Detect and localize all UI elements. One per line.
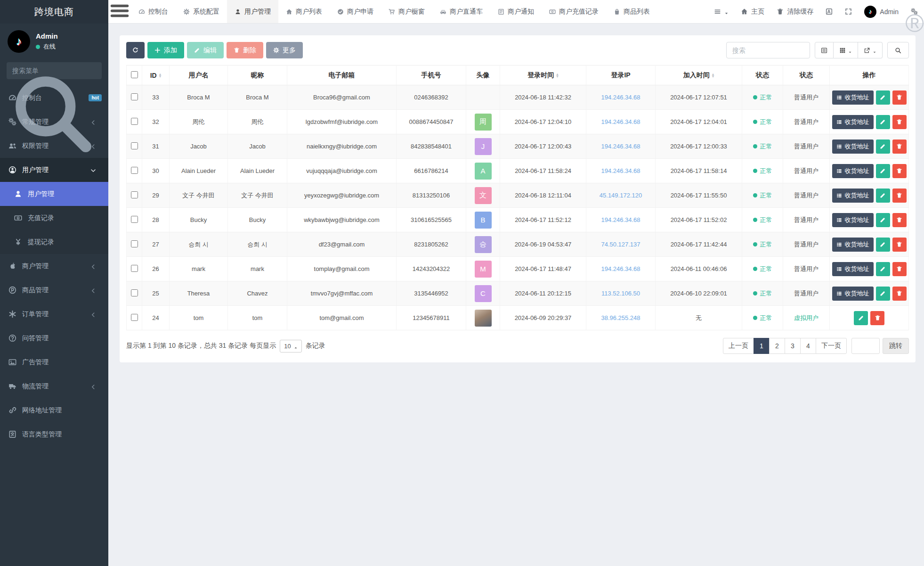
row-delete-button[interactable]	[892, 287, 907, 301]
search-button[interactable]	[887, 42, 909, 58]
row-delete-button[interactable]	[870, 311, 884, 325]
nav-tab-5[interactable]: 商户橱窗	[381, 0, 432, 23]
sidebar-item-4[interactable]: 商户管理	[0, 254, 108, 278]
row-checkbox[interactable]	[131, 191, 138, 198]
row-checkbox[interactable]	[131, 216, 138, 223]
page-button-4[interactable]: 4	[800, 338, 816, 354]
sidebar-subitem-3-2[interactable]: 提现记录	[0, 230, 108, 254]
col-8[interactable]: 加入时间▴▾	[656, 66, 742, 85]
tabs-dropdown-button[interactable]	[708, 0, 735, 23]
nav-tab-7[interactable]: 商户通知	[490, 0, 542, 23]
refresh-button[interactable]	[126, 42, 145, 58]
address-button[interactable]: 收货地址	[832, 238, 874, 252]
row-delete-button[interactable]	[892, 90, 907, 105]
home-link[interactable]: 主页	[735, 0, 770, 23]
col-6[interactable]: 登录时间▴▾	[500, 66, 586, 85]
row-checkbox[interactable]	[131, 314, 138, 321]
sidebar-item-3[interactable]: 用户管理	[0, 158, 108, 182]
row-checkbox[interactable]	[131, 265, 138, 272]
row-edit-button[interactable]	[854, 311, 868, 325]
page-jump-input[interactable]	[851, 338, 880, 354]
add-button[interactable]: 添加	[147, 42, 184, 58]
translate-button[interactable]	[819, 0, 839, 23]
row-delete-button[interactable]	[892, 213, 907, 227]
sidebar-item-1[interactable]: 常规管理	[0, 110, 108, 134]
address-button[interactable]: 收货地址	[832, 164, 874, 178]
row-edit-button[interactable]	[876, 189, 890, 203]
address-button[interactable]: 收货地址	[832, 213, 874, 227]
export-button[interactable]	[858, 42, 883, 58]
ip-link[interactable]: 194.246.34.68	[601, 216, 640, 223]
row-delete-button[interactable]	[892, 238, 907, 252]
detail-view-button[interactable]	[815, 42, 834, 58]
next-page-button[interactable]: 下一页	[816, 338, 847, 354]
address-button[interactable]: 收货地址	[832, 262, 874, 276]
row-delete-button[interactable]	[892, 115, 907, 129]
row-edit-button[interactable]	[876, 90, 890, 105]
nav-tab-2[interactable]: 用户管理	[227, 0, 278, 23]
page-jump-button[interactable]: 跳转	[883, 338, 909, 354]
ip-link[interactable]: 194.246.34.68	[601, 265, 640, 272]
delete-button[interactable]: 删除	[227, 42, 263, 58]
sort-icon[interactable]: ▴▾	[712, 73, 714, 78]
sidebar-item-2[interactable]: 权限管理	[0, 134, 108, 158]
row-edit-button[interactable]	[876, 213, 890, 227]
row-checkbox[interactable]	[131, 289, 138, 296]
row-checkbox[interactable]	[131, 240, 138, 247]
edit-button[interactable]: 编辑	[187, 42, 224, 58]
nav-tab-6[interactable]: 商户直通车	[432, 0, 490, 23]
page-button-3[interactable]: 3	[785, 338, 801, 354]
page-size-select[interactable]: 10	[280, 340, 301, 353]
ip-link[interactable]: 194.246.34.68	[601, 167, 640, 174]
row-edit-button[interactable]	[876, 238, 890, 252]
admin-menu-button[interactable]: ♪ Admin	[858, 0, 905, 23]
row-checkbox[interactable]	[131, 93, 138, 100]
col-0[interactable]: ID▴▾	[142, 66, 170, 85]
sort-icon[interactable]: ▴▾	[159, 73, 162, 78]
sidebar-item-11[interactable]: 语言类型管理	[0, 422, 108, 446]
address-button[interactable]: 收货地址	[832, 115, 874, 129]
address-button[interactable]: 收货地址	[832, 139, 874, 154]
row-edit-button[interactable]	[876, 139, 890, 154]
row-delete-button[interactable]	[892, 139, 907, 154]
page-button-2[interactable]: 2	[769, 338, 785, 354]
ip-link[interactable]: 113.52.106.50	[601, 290, 640, 297]
sidebar-item-0[interactable]: 控制台hot	[0, 86, 108, 110]
nav-tab-4[interactable]: 商户申请	[330, 0, 381, 23]
row-edit-button[interactable]	[876, 164, 890, 178]
ip-link[interactable]: 194.246.34.68	[601, 94, 640, 101]
sidebar-item-7[interactable]: 问答管理	[0, 326, 108, 350]
row-edit-button[interactable]	[876, 115, 890, 129]
table-search-input[interactable]	[726, 42, 810, 58]
row-checkbox[interactable]	[131, 142, 138, 149]
nav-tab-9[interactable]: 商品列表	[606, 0, 657, 23]
nav-tab-8[interactable]: 商户充值记录	[542, 0, 606, 23]
sidebar-item-10[interactable]: 网络地址管理	[0, 398, 108, 422]
sidebar-subitem-3-1[interactable]: 充值记录	[0, 206, 108, 230]
row-checkbox[interactable]	[131, 118, 138, 125]
row-edit-button[interactable]	[876, 262, 890, 276]
row-delete-button[interactable]	[892, 189, 907, 203]
row-checkbox[interactable]	[131, 167, 138, 174]
address-button[interactable]: 收货地址	[832, 189, 874, 203]
ip-link[interactable]: 74.50.127.137	[601, 241, 640, 248]
clear-cache-button[interactable]: 清除缓存	[770, 0, 819, 23]
row-delete-button[interactable]	[892, 262, 907, 276]
prev-page-button[interactable]: 上一页	[723, 338, 754, 354]
sidebar-item-5[interactable]: 商品管理	[0, 278, 108, 302]
ip-link[interactable]: 194.246.34.68	[601, 143, 640, 150]
nav-tab-1[interactable]: 系统配置	[176, 0, 227, 23]
ip-link[interactable]: 38.96.255.248	[601, 314, 640, 321]
row-delete-button[interactable]	[892, 164, 907, 178]
sidebar-item-6[interactable]: 订单管理	[0, 302, 108, 326]
page-button-1[interactable]: 1	[754, 338, 770, 354]
select-all-checkbox[interactable]	[131, 71, 138, 78]
sort-icon[interactable]: ▴▾	[556, 73, 559, 78]
row-edit-button[interactable]	[876, 287, 890, 301]
sidebar-item-8[interactable]: 广告管理	[0, 350, 108, 374]
settings-button[interactable]	[905, 0, 924, 23]
sidebar-subitem-3-0[interactable]: 用户管理	[0, 182, 108, 206]
address-button[interactable]: 收货地址	[832, 287, 874, 301]
nav-tab-3[interactable]: 商户列表	[278, 0, 330, 23]
sidebar-item-9[interactable]: 物流管理	[0, 374, 108, 398]
